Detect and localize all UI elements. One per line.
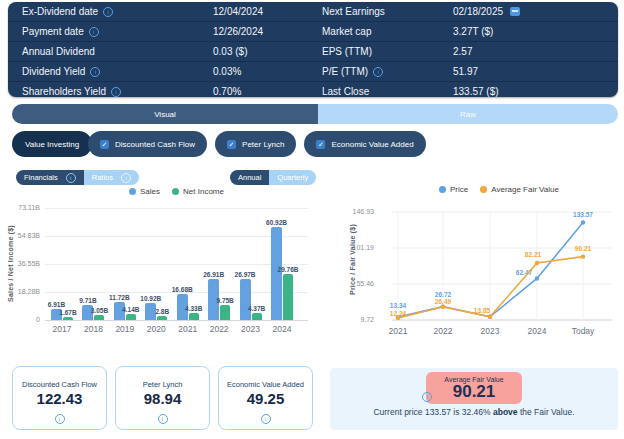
toggle-financials[interactable]: Financials i	[16, 170, 84, 185]
valuation-cards: Discounted Cash Flow122.43iPeter Lynch98…	[12, 366, 313, 430]
stats-row: Annual Dividend0.03 ($)EPS (TTM)2.57	[8, 42, 618, 62]
bar-group-2019: 11.72B4.14B	[110, 302, 140, 320]
checkbox-checked-icon[interactable]: ✓	[316, 140, 325, 149]
note-suffix: the Fair Value.	[518, 407, 575, 417]
stat-label: EPS (TTM)	[322, 46, 453, 57]
bar-group-2018: 9.71B3.05B	[78, 305, 108, 320]
info-icon[interactable]: i	[121, 173, 131, 183]
stat-value: 0.03 ($)	[213, 46, 322, 57]
bar-value-label: 11.72B	[109, 294, 130, 301]
strategy-toggle-group: ✓Discounted Cash Flow✓Peter Lynch✓Econom…	[88, 131, 426, 157]
net-income-bar-2020: 2.8B	[157, 316, 167, 320]
annual-quarterly-toggle: Annual Quarterly	[230, 170, 316, 185]
average-fair-value-box: Average Fair Value 90.21	[426, 372, 522, 404]
fair-value-note: Current price 133.57 is 32.46% above the…	[330, 407, 618, 417]
toggle-annual[interactable]: Annual	[230, 170, 269, 185]
stat-label: Dividend Yieldi	[22, 66, 213, 77]
bar-plot-area: 6.91B1.67B9.71B3.05B11.72B4.14B10.92B2.8…	[45, 208, 308, 321]
net-income-bar-2024: 29.76B	[283, 274, 293, 320]
point-value-label: 13.85	[474, 307, 491, 314]
info-icon[interactable]: i	[90, 67, 100, 77]
stat-label: Ex-Dividend datei	[22, 6, 213, 17]
stats-row: Shareholders Yieldi0.70%Last Close133.57…	[8, 82, 618, 97]
tab-raw[interactable]: Raw	[318, 104, 618, 124]
card-title: Economic Value Added	[219, 380, 312, 389]
info-icon[interactable]: i	[158, 414, 168, 424]
bar-value-label: 4.33B	[185, 305, 202, 312]
bar-value-label: 9.75B	[216, 297, 233, 304]
info-icon[interactable]: i	[373, 67, 383, 77]
card-value: 122.43	[13, 390, 106, 407]
card-value: 49.25	[219, 390, 312, 407]
line-chart-y-axis-label: Price / Fair Value ($)	[344, 200, 360, 318]
legend-dot	[439, 186, 446, 193]
strategy-discounted-cash-flow[interactable]: ✓Discounted Cash Flow	[88, 131, 207, 157]
stat-value: 02/18/2025	[453, 6, 618, 17]
info-icon[interactable]: i	[111, 87, 121, 97]
card-title: Peter Lynch	[116, 380, 209, 389]
y-axis-tick: 101.19	[344, 244, 374, 251]
info-icon[interactable]: i	[89, 27, 99, 37]
bar-value-label: 4.37B	[248, 305, 265, 312]
stat-label: Shareholders Yieldi	[22, 86, 213, 97]
info-icon[interactable]: i	[66, 173, 76, 183]
info-icon[interactable]: i	[55, 414, 65, 424]
tab-visual[interactable]: Visual	[12, 104, 318, 124]
bar-group-2022: 26.91B9.75B	[204, 279, 234, 320]
checkbox-checked-icon[interactable]: ✓	[227, 140, 236, 149]
y-axis-tick: 55.46	[344, 280, 374, 287]
x-axis-label-2022: 2022	[421, 326, 465, 336]
legend-item-net-income[interactable]: Net Income	[172, 187, 224, 196]
x-axis-label-today: Today	[561, 326, 605, 336]
stat-value: 12/26/2024	[213, 26, 322, 37]
calendar-icon[interactable]	[510, 7, 520, 16]
bar-value-label: 26.97B	[235, 271, 256, 278]
strategy-economic-value-added[interactable]: ✓Economic Value Added	[304, 131, 425, 157]
y-axis-tick: 0	[2, 316, 40, 323]
bar-value-label: 26.91B	[203, 271, 224, 278]
x-axis-label-2023: 2023	[468, 326, 512, 336]
bar-value-label: 10.92B	[140, 295, 161, 302]
strategy-label: Discounted Cash Flow	[115, 140, 195, 149]
note-bold: above	[493, 407, 518, 417]
legend-dot	[172, 188, 179, 195]
view-tabs: Visual Raw	[12, 104, 618, 124]
legend-item-price[interactable]: Price	[439, 185, 468, 194]
strategy-label: Economic Value Added	[331, 140, 413, 149]
stat-value: 3.27T ($)	[453, 26, 618, 37]
net-income-bar-2019: 4.14B	[126, 314, 136, 320]
point-value-label: 26.72	[435, 291, 452, 298]
note-prefix: Current price 133.57 is 32.46%	[373, 407, 493, 417]
y-axis-tick: 54.83B	[2, 232, 40, 239]
card-value: 98.94	[116, 390, 209, 407]
price-fair-value-chart: Price / Fair Value ($)146.93101.1955.469…	[336, 200, 618, 338]
info-icon[interactable]: i	[261, 414, 271, 424]
legend-item-sales[interactable]: Sales	[129, 187, 160, 196]
y-axis-tick: 73.11B	[2, 204, 40, 211]
stat-label: P/E (TTM)i	[322, 66, 453, 77]
info-icon[interactable]: i	[422, 392, 432, 402]
bar-group-2021: 16.68B4.33B	[173, 294, 203, 320]
average-fair-value: 90.21	[426, 383, 522, 401]
data-point	[488, 315, 492, 319]
toggle-ratios[interactable]: Ratios i	[84, 170, 139, 185]
card-discounted-cash-flow: Discounted Cash Flow122.43i	[12, 366, 107, 430]
bar-group-2017: 6.91B1.67B	[47, 309, 77, 320]
legend-label: Net Income	[183, 187, 224, 196]
data-point	[535, 276, 539, 280]
value-investing-button[interactable]: Value Investing	[12, 131, 92, 157]
bar-value-label: 4.14B	[122, 306, 139, 313]
info-icon[interactable]: i	[103, 7, 113, 17]
x-axis-label-2021: 2021	[376, 326, 420, 336]
legend-dot	[129, 188, 136, 195]
stat-label: Last Close	[322, 86, 453, 97]
financials-ratios-toggle: Financials i Ratios i	[16, 170, 139, 185]
card-economic-value-added: Economic Value Added49.25i	[218, 366, 313, 430]
toggle-quarterly[interactable]: Quarterly	[269, 170, 316, 185]
checkbox-checked-icon[interactable]: ✓	[100, 140, 109, 149]
stat-label: Annual Dividend	[22, 46, 213, 57]
data-point	[581, 254, 585, 258]
line-plot-area: 13.3426.7262.47133.5712.2426.4913.8582.2…	[380, 200, 618, 332]
legend-item-average-fair-value[interactable]: Average Fair Value	[480, 185, 559, 194]
strategy-peter-lynch[interactable]: ✓Peter Lynch	[215, 131, 296, 157]
